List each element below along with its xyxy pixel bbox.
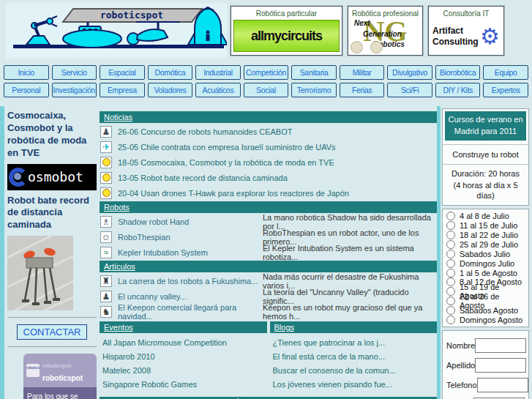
radio-button-icon[interactable] (446, 221, 455, 230)
ad-allmycircuits[interactable]: Robótica particular allmycircuits (231, 6, 342, 56)
blogs-section-link[interactable]: Blogs (274, 323, 295, 332)
allmycircuits-logo: allmycircuits (233, 20, 340, 52)
courses-header: Cursos de verano en Madrid para 2011 (445, 111, 526, 141)
robots-section-link[interactable]: Robots (104, 203, 130, 212)
article-title-link[interactable]: El Keepon comercial llegará para navidad… (118, 303, 263, 321)
course-date-option[interactable]: Domingos Julio (446, 258, 525, 268)
nav-button[interactable]: Servicio (52, 65, 97, 80)
news-item[interactable]: 25-05 Chile contrata con empresa Israelí… (100, 140, 437, 154)
course-date-option[interactable]: 22 al 26 de Agosto (446, 297, 525, 306)
robot-name-link[interactable]: RoboThespian (118, 233, 263, 242)
nav-button[interactable]: Expertos (483, 83, 528, 97)
event-item[interactable]: Singapore Robotic Games (102, 380, 267, 389)
nav-button[interactable]: Acuáticos (195, 83, 241, 97)
nav-button[interactable]: Equipo (483, 65, 528, 80)
blogs-list: ¿Tienes que patrocinar a los j...El fina… (270, 333, 438, 394)
nav-button[interactable]: Investigación (52, 83, 97, 97)
news-section-link[interactable]: Noticias (104, 113, 132, 122)
news-section-header: Noticias (100, 111, 437, 123)
robot-name-link[interactable]: Shadow robot Hand (118, 217, 263, 226)
build-robot-link[interactable]: Construye tu robot (445, 150, 526, 159)
course-date-option[interactable]: 25 al 29 de Julio (446, 239, 525, 249)
blog-item[interactable]: El final está cerca de la mano... (273, 352, 438, 361)
nav-button[interactable]: Militar (340, 65, 385, 80)
course-duration: Duración: 20 horas (445, 168, 526, 179)
radio-button-icon[interactable] (446, 287, 455, 296)
site-banner[interactable]: roboticspot (6, 3, 227, 59)
course-date-option[interactable]: Domingos Agosto (446, 316, 525, 325)
nav-button[interactable]: Espacial (100, 65, 145, 80)
radio-button-icon[interactable] (446, 297, 455, 305)
article-item[interactable]: El Keepon comercial llegará para navidad… (100, 305, 437, 318)
radio-button-icon[interactable] (446, 277, 455, 286)
radio-button-icon[interactable] (446, 250, 455, 258)
news-item[interactable]: 20-04 Usan drones T-Hawk para explorar l… (100, 186, 437, 200)
nav-button[interactable]: Empresa (100, 83, 145, 97)
news-item[interactable]: 18-05 Cosmocaixa, Cosmobot y la robótica… (100, 155, 437, 169)
radio-button-icon[interactable] (446, 231, 455, 239)
radio-button-icon[interactable] (446, 240, 455, 249)
radio-button-icon[interactable] (446, 259, 455, 268)
radio-button-icon[interactable] (446, 306, 455, 315)
nav-button[interactable]: Voladores (148, 83, 193, 97)
widget-account-name: roboticspot (42, 362, 71, 369)
event-item[interactable]: Matelec 2008 (102, 366, 267, 375)
form-text-input[interactable] (475, 358, 526, 373)
nav-button[interactable]: Competición (244, 65, 289, 80)
ad-artifact-consulting[interactable]: Consultoría IT Artifact Consulting ⚙ (428, 6, 504, 56)
robot-item[interactable]: Shadow robot Hand La mano robotica Shado… (100, 215, 437, 228)
humanoid-robot-icon (100, 291, 112, 302)
contact-button[interactable]: CONTACTAR (17, 324, 88, 340)
nav-button[interactable]: Divulgativo (387, 65, 432, 80)
roboticspot-logo-icon: roboticspot (26, 364, 40, 377)
radio-button-icon[interactable] (446, 316, 455, 324)
nav-button[interactable]: Biorobótica (435, 65, 481, 80)
blog-item[interactable]: Los jóvenes vienen pisando fue... (273, 380, 438, 389)
robot-name-link[interactable]: Kepler Intubation System (118, 248, 263, 257)
course-date-option[interactable]: 11 al 15 de Julio (446, 221, 525, 231)
nav-button[interactable]: DIY / Kits (435, 83, 481, 97)
news-item[interactable]: 26-06 Concurso de robots humanoides CEAB… (100, 124, 437, 138)
featured-headline-2[interactable]: Robot bate record de distancia caminada (7, 195, 97, 232)
featured-headline-1[interactable]: Cosmocaixa, Cosmobot y la robótica de mo… (7, 110, 97, 160)
blog-item[interactable]: ¿Tienes que patrocinar a los j... (273, 338, 438, 347)
nav-button[interactable]: Personal (4, 83, 49, 97)
article-title-link[interactable]: El uncanny valley... (118, 292, 263, 301)
nav-button[interactable]: Ferias (340, 83, 385, 97)
course-date-option[interactable]: 4 al 8 de Julio (446, 212, 525, 221)
nav-button[interactable]: Social (244, 83, 289, 97)
news-item[interactable]: 13-05 Robot bate record de distancia cam… (100, 171, 437, 184)
article-title-link[interactable]: La carrera de los robots a Fukushima... (118, 277, 263, 286)
form-text-input[interactable] (477, 378, 528, 392)
articles-section-header: Artículos (100, 261, 437, 272)
radio-button-icon[interactable] (446, 212, 455, 220)
courses-sidebar: Cursos de verano en Madrid para 2011 Con… (442, 108, 529, 399)
course-date-option[interactable]: Sabados Agosto (446, 306, 525, 316)
course-date-option[interactable]: 18 al 22 de Julio (446, 231, 525, 240)
nav-button[interactable]: Domótica (148, 65, 193, 80)
walking-robot-photo[interactable] (7, 236, 73, 310)
articles-list: La carrera de los robots a Fukushima... … (100, 274, 437, 318)
course-date-option[interactable]: Sabados Julio (446, 249, 525, 258)
articles-section-link[interactable]: Artículos (104, 262, 135, 271)
blog-item[interactable]: Buscar el consenso de la comun... (273, 366, 438, 375)
form-row: Apellido (446, 358, 525, 373)
robot-item[interactable]: RoboThespian RoboThespian es un robot ac… (100, 230, 437, 244)
form-text-input[interactable] (475, 338, 526, 353)
cosmobot-logo[interactable]: osmobot (7, 164, 97, 190)
events-section-link[interactable]: Eventos (104, 323, 133, 332)
event-item[interactable]: All Japan Micromouse Competition (102, 338, 267, 347)
nav-button[interactable]: Sanitaria (291, 65, 337, 80)
nav-button[interactable]: Terrorismo (291, 83, 337, 97)
nav-button[interactable]: Sci/Fi (387, 83, 432, 97)
roboticspot-social-widget[interactable]: roboticspot roboticspot roboticspot Para… (23, 354, 97, 399)
ad-next-generation-robotics[interactable]: Robótica profesional NG Next Generation … (348, 6, 423, 56)
nav-button[interactable]: Industrial (195, 65, 241, 80)
radio-button-icon[interactable] (446, 269, 455, 277)
event-item[interactable]: Hisparob 2010 (102, 352, 267, 361)
course-date-option[interactable]: 1 al 5 de Agosto (446, 268, 525, 277)
article-item[interactable]: El uncanny valley... La teoría del "Unca… (100, 289, 437, 303)
article-item[interactable]: La carrera de los robots a Fukushima... … (100, 274, 437, 288)
nav-button[interactable]: Inicio (4, 65, 49, 80)
robot-item[interactable]: Kepler Intubation System El Kepler Intub… (100, 245, 437, 259)
